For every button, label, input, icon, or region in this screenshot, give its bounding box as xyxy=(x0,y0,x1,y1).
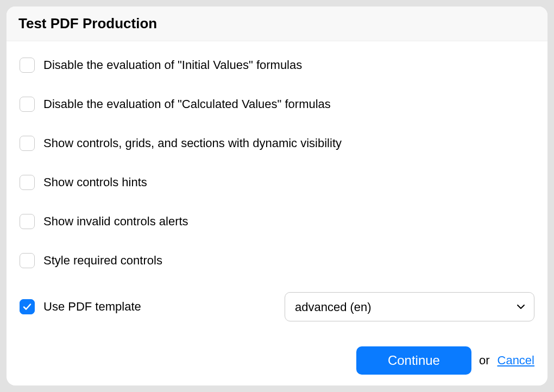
label-show-hints: Show controls hints xyxy=(43,175,147,189)
option-disable-calculated: Disable the evaluation of "Calculated Va… xyxy=(20,97,534,112)
label-disable-initial: Disable the evaluation of "Initial Value… xyxy=(43,58,302,72)
or-text: or xyxy=(479,353,490,368)
template-select-wrapper: advanced (en) xyxy=(285,292,534,321)
cancel-link[interactable]: Cancel xyxy=(498,353,534,368)
checkbox-disable-calculated[interactable] xyxy=(20,97,35,112)
option-disable-initial: Disable the evaluation of "Initial Value… xyxy=(20,58,534,73)
template-left: Use PDF template xyxy=(20,299,141,314)
option-use-template: Use PDF template advanced (en) xyxy=(20,292,534,321)
dialog-header: Test PDF Production xyxy=(7,7,547,41)
option-show-invalid: Show invalid controls alerts xyxy=(20,214,534,229)
dialog-actions: Continue or Cancel xyxy=(20,346,534,375)
checkbox-disable-initial[interactable] xyxy=(20,58,35,73)
checkbox-show-hints[interactable] xyxy=(20,175,35,190)
check-icon xyxy=(23,302,32,311)
label-show-invalid: Show invalid controls alerts xyxy=(43,214,188,229)
checkbox-style-required[interactable] xyxy=(20,253,35,268)
checkbox-show-invalid[interactable] xyxy=(20,214,35,229)
checkbox-show-dynamic[interactable] xyxy=(20,136,35,151)
dialog-title: Test PDF Production xyxy=(18,15,536,32)
test-pdf-production-dialog: Test PDF Production Disable the evaluati… xyxy=(7,7,547,385)
checkbox-use-template[interactable] xyxy=(20,299,35,314)
label-style-required: Style required controls xyxy=(43,254,162,268)
template-select[interactable]: advanced (en) xyxy=(285,292,534,321)
dialog-body: Disable the evaluation of "Initial Value… xyxy=(7,41,547,385)
label-disable-calculated: Disable the evaluation of "Calculated Va… xyxy=(43,97,331,111)
label-use-template: Use PDF template xyxy=(43,300,141,314)
option-show-dynamic: Show controls, grids, and sections with … xyxy=(20,136,534,151)
option-style-required: Style required controls xyxy=(20,253,534,268)
option-show-hints: Show controls hints xyxy=(20,175,534,190)
continue-button[interactable]: Continue xyxy=(356,346,471,375)
label-show-dynamic: Show controls, grids, and sections with … xyxy=(43,136,342,150)
